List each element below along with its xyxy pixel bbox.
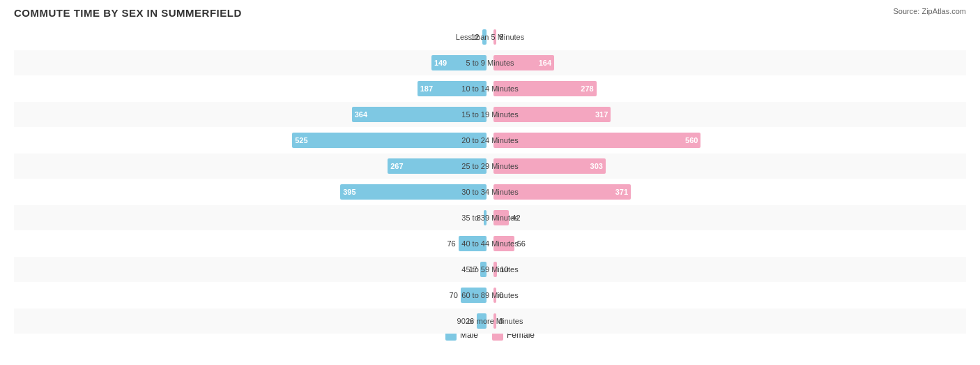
right-section: 0 <box>490 283 966 308</box>
left-section: 364 <box>14 102 490 127</box>
right-section: 560 <box>490 128 966 153</box>
left-section: 76 <box>14 231 490 256</box>
left-section: 26 <box>14 308 490 334</box>
male-value: 267 <box>390 162 403 170</box>
left-section: 267 <box>14 154 490 179</box>
chart-row: 12 Less than 5 Minutes 8 <box>14 24 966 50</box>
row-label: 20 to 24 Minutes <box>461 136 518 144</box>
female-value: 560 <box>685 136 698 144</box>
male-value: 149 <box>434 59 447 67</box>
row-label: 15 to 19 Minutes <box>461 110 518 119</box>
row-label: 35 to 39 Minutes <box>461 214 518 222</box>
chart-row: 395 30 to 34 Minutes 371 <box>14 179 966 204</box>
row-label: Less than 5 Minutes <box>456 33 524 41</box>
chart-area: 12 Less than 5 Minutes 8 149 5 to 9 Minu… <box>14 24 966 313</box>
male-value: 395 <box>343 188 355 196</box>
right-section: 10 <box>490 257 966 282</box>
female-value: 164 <box>539 59 551 67</box>
row-label: 5 to 9 Minutes <box>466 59 514 67</box>
right-section: 56 <box>490 231 966 256</box>
male-value: 187 <box>420 84 433 93</box>
chart-row: 76 40 to 44 Minutes 56 <box>14 231 966 256</box>
chart-row: 17 45 to 59 Minutes 10 <box>14 257 966 282</box>
female-value: 303 <box>590 162 603 170</box>
left-section: 8 <box>14 205 490 230</box>
row-label: 10 to 14 Minutes <box>461 84 518 93</box>
male-value-outside: 70 <box>450 291 458 299</box>
male-value-outside: 76 <box>447 239 455 248</box>
male-value: 364 <box>355 110 367 119</box>
chart-row: 187 10 to 14 Minutes 278 <box>14 76 966 101</box>
right-section: 164 <box>490 50 966 75</box>
right-section: 278 <box>490 76 966 101</box>
male-value: 525 <box>295 136 307 144</box>
left-section: 395 <box>14 179 490 204</box>
left-section: 525 <box>14 128 490 153</box>
row-label: 60 to 89 Minutes <box>461 291 518 299</box>
right-section: 42 <box>490 205 966 230</box>
chart-title: COMMUTE TIME BY SEX IN SUMMERFIELD <box>14 7 966 19</box>
chart-row: 26 90 or more Minutes 0 <box>14 308 966 334</box>
row-label: 25 to 29 Minutes <box>461 162 518 170</box>
left-section: 70 <box>14 283 490 308</box>
chart-row: 364 15 to 19 Minutes 317 <box>14 102 966 127</box>
left-section: 149 <box>14 50 490 75</box>
right-section: 371 <box>490 179 966 204</box>
row-label: 45 to 59 Minutes <box>461 265 518 274</box>
row-label: 90 or more Minutes <box>457 317 523 325</box>
female-value: 278 <box>581 84 593 93</box>
chart-row: 267 25 to 29 Minutes 303 <box>14 154 966 179</box>
left-section: 12 <box>14 24 490 50</box>
chart-row: 149 5 to 9 Minutes 164 <box>14 50 966 75</box>
left-section: 17 <box>14 257 490 282</box>
right-section: 303 <box>490 154 966 179</box>
male-bar: 525 <box>292 133 487 148</box>
right-section: 8 <box>490 24 966 50</box>
chart-row: 70 60 to 89 Minutes 0 <box>14 283 966 308</box>
source-text: Source: ZipAtlas.com <box>893 7 966 15</box>
left-section: 187 <box>14 76 490 101</box>
row-label: 40 to 44 Minutes <box>461 239 518 248</box>
chart-row: 8 35 to 39 Minutes 42 <box>14 205 966 230</box>
row-label: 30 to 34 Minutes <box>461 188 518 196</box>
right-section: 0 <box>490 308 966 334</box>
female-bar: 560 <box>493 133 700 148</box>
female-value: 317 <box>595 110 608 119</box>
chart-container: COMMUTE TIME BY SEX IN SUMMERFIELD Sourc… <box>0 0 980 365</box>
right-section: 317 <box>490 102 966 127</box>
chart-row: 525 20 to 24 Minutes 560 <box>14 128 966 153</box>
female-value: 371 <box>615 188 628 196</box>
